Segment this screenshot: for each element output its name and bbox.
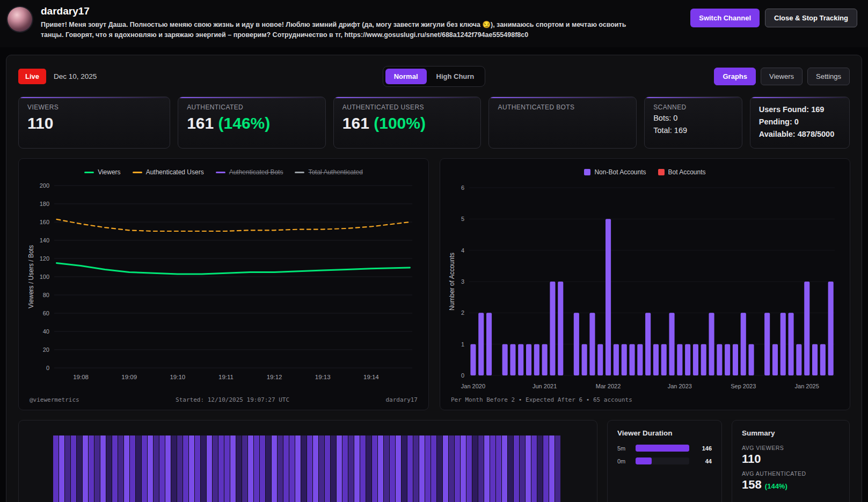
legend-item-non-bot-accounts[interactable]: Non-Bot Accounts <box>584 168 646 176</box>
heatmap-stripe <box>236 435 242 502</box>
duration-heatmap-panel: 5m <box>18 420 597 502</box>
svg-text:19:13: 19:13 <box>315 374 331 380</box>
stat-card-scanned: SCANNED Bots: 0 Total: 169 <box>644 97 742 149</box>
svg-text:Jan 2025: Jan 2025 <box>795 383 819 389</box>
started-timestamp: Started: 12/10/2025 19:07:27 UTC <box>176 396 289 403</box>
mode-high-churn-button[interactable]: High Churn <box>428 69 483 84</box>
stream-date: Dec 10, 2025 <box>54 72 97 80</box>
heatmap-stripe <box>100 435 106 502</box>
bar-chart-legend: Non-Bot AccountsBot Accounts <box>448 166 842 178</box>
heatmap-stripe <box>106 435 112 502</box>
duration-bar-track <box>636 457 689 464</box>
heatmap-stripe <box>77 435 82 502</box>
switch-channel-button[interactable]: Switch Channel <box>690 9 760 27</box>
heatmap-stripe <box>183 435 188 502</box>
scanned-bots-line: Bots: 0 <box>653 112 733 124</box>
heatmap-stripe <box>260 435 265 502</box>
heatmap-stripe <box>319 435 324 502</box>
heatmap-stripe <box>195 435 200 502</box>
dashboard-card: Live Dec 10, 2025 Normal High Churn Grap… <box>6 55 862 502</box>
duration-value: 44 <box>694 458 712 464</box>
svg-text:160: 160 <box>40 219 49 225</box>
heatmap-stripe <box>543 435 549 502</box>
heatmap-stripe <box>360 435 366 502</box>
heatmap-stripe <box>289 435 295 502</box>
heatmap-stripe <box>396 435 401 502</box>
heatmap-stripe <box>502 435 507 502</box>
svg-text:4: 4 <box>461 247 464 254</box>
heatmap-stripe <box>431 435 436 502</box>
svg-text:0: 0 <box>46 365 49 371</box>
avg-viewers-value: 110 <box>742 451 840 467</box>
heatmap-stripe <box>549 435 555 502</box>
heatmap-stripe <box>342 435 348 502</box>
svg-text:6: 6 <box>461 184 464 191</box>
avg-authenticated-label: AVG AUTHENTICATED <box>742 470 840 477</box>
close-stop-tracking-button[interactable]: Close & Stop Tracking <box>765 9 857 27</box>
heatmap-stripe <box>272 435 277 502</box>
heatmap-stripe <box>478 435 484 502</box>
mode-toggle: Normal High Churn <box>383 66 486 87</box>
heatmap-stripe <box>207 435 212 502</box>
heatmap-stripe <box>348 435 354 502</box>
legend-item-bot-accounts[interactable]: Bot Accounts <box>658 168 706 176</box>
svg-text:Jan 2020: Jan 2020 <box>461 383 485 389</box>
stat-card-authenticated-bots: AUTHENTICATED BOTS <box>488 97 637 149</box>
channel-avatar[interactable] <box>8 7 32 32</box>
tab-settings[interactable]: Settings <box>807 68 850 85</box>
channel-header: dardary17 Привет! Меня зовут Даша. Полно… <box>0 0 868 47</box>
stat-value: 161 (146%) <box>187 114 317 132</box>
legend-line-swatch <box>295 172 304 173</box>
stat-label: VIEWERS <box>27 104 161 111</box>
channel-bio: Привет! Меня зовут Даша. Полностью меняю… <box>41 20 639 41</box>
heatmap-stripe <box>71 435 76 502</box>
stat-label: AUTHENTICATED <box>187 104 317 111</box>
heatmap-stripe <box>531 435 537 502</box>
heatmap-stripe <box>461 435 466 502</box>
line-chart-footer: @viewermetrics Started: 12/10/2025 19:07… <box>26 394 421 403</box>
legend-line-swatch <box>133 172 142 173</box>
heatmap-stripe <box>337 435 342 502</box>
legend-item-viewers[interactable]: Viewers <box>84 168 120 176</box>
legend-label: Viewers <box>98 168 120 176</box>
heatmap-stripe <box>325 435 330 502</box>
legend-item-authenticated-bots[interactable]: Authenticated Bots <box>216 168 283 176</box>
heatmap-stripe <box>449 435 454 502</box>
svg-text:19:10: 19:10 <box>170 374 185 380</box>
stat-value: 110 <box>27 114 161 132</box>
viewers-line-chart: 02040608010012014016018020019:0819:0919:… <box>26 180 421 384</box>
stat-card-users-found: Users Found: 169 Pending: 0 Available: 4… <box>750 97 850 149</box>
legend-item-authenticated-users[interactable]: Authenticated Users <box>133 168 204 176</box>
heatmap-stripe <box>384 435 389 502</box>
heatmap-stripe <box>413 435 419 502</box>
heatmap-stripe <box>490 435 495 502</box>
heatmap-stripe <box>443 435 448 502</box>
users-found-line: Users Found: 169 <box>759 104 841 116</box>
svg-text:5: 5 <box>461 216 464 222</box>
heatmap-stripe <box>118 435 123 502</box>
legend-item-total-authenticated[interactable]: Total Authenticated <box>295 168 362 176</box>
heatmap-stripe <box>466 435 472 502</box>
heatmap-stripe <box>266 435 271 502</box>
heatmap-stripe <box>201 435 206 502</box>
heatmap-stripe <box>407 435 413 502</box>
tab-viewers[interactable]: Viewers <box>761 68 803 85</box>
tab-graphs[interactable]: Graphs <box>714 68 756 85</box>
heatmap-stripe <box>130 435 135 502</box>
heatmap-stripe <box>372 435 377 502</box>
stat-label: SCANNED <box>653 104 733 111</box>
svg-text:20: 20 <box>43 346 49 353</box>
svg-text:Number of Accounts: Number of Accounts <box>448 253 456 311</box>
heatmap-stripe <box>455 435 460 502</box>
heatmap-stripe <box>520 435 525 502</box>
svg-text:140: 140 <box>40 237 49 243</box>
mode-normal-button[interactable]: Normal <box>385 69 427 84</box>
stat-card-authenticated: AUTHENTICATED 161 (146%) <box>178 97 326 149</box>
heatmap-stripe <box>472 435 478 502</box>
viewers-line-chart-panel: ViewersAuthenticated UsersAuthenticated … <box>18 158 429 410</box>
svg-text:120: 120 <box>40 255 49 262</box>
controls-row: Live Dec 10, 2025 Normal High Churn Grap… <box>18 66 850 87</box>
svg-text:Jun 2021: Jun 2021 <box>533 383 557 389</box>
available-line: Available: 4878/5000 <box>759 128 841 141</box>
heatmap-stripe <box>496 435 501 502</box>
